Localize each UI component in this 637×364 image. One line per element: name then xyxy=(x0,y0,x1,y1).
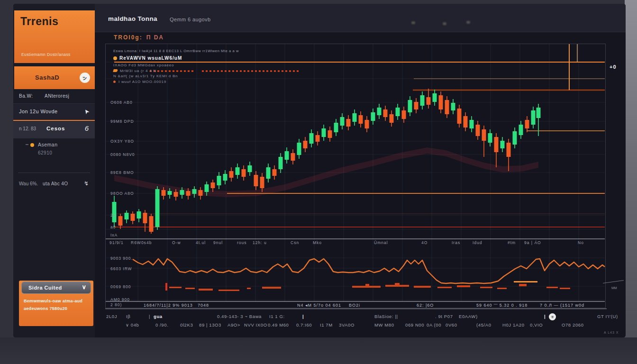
status-item: Iβ xyxy=(126,314,130,319)
sidebar-stats-row[interactable]: Wau 6%. uta Abc 4O ↯ xyxy=(13,178,95,190)
bolt-icon: ↯ xyxy=(84,180,89,187)
y-axis-label: 99M8 DPD xyxy=(110,119,134,124)
lower-y-axis-label: 9003 900. xyxy=(110,256,133,261)
orange-dot-icon xyxy=(30,143,34,147)
status-item: 0l2K3 xyxy=(180,322,193,328)
candle-body xyxy=(531,110,536,125)
candle-body xyxy=(254,175,258,186)
candle-body xyxy=(162,190,166,196)
account-button[interactable]: SashaD ッ xyxy=(14,66,95,89)
candle-body xyxy=(507,143,511,157)
legend-wedge-icon xyxy=(113,69,118,72)
app-title: Trrenis xyxy=(20,15,58,28)
candle-body xyxy=(402,110,406,119)
indicator-dash xyxy=(480,287,492,288)
avatar-glyph: ッ xyxy=(82,73,89,82)
x-axis-label: 9a | ÁO xyxy=(524,240,541,245)
candle-body xyxy=(476,125,480,136)
status-item: NVV IX0O xyxy=(244,322,267,328)
panel-text-line1: Bemwmwuls-oaw atma-aud xyxy=(24,299,82,303)
sidebar-bullet-item[interactable]: Aseman xyxy=(13,140,95,150)
lower-y-axis-label: 0069 800 xyxy=(110,284,131,289)
candle-body xyxy=(236,167,240,175)
sidebar-item-nav[interactable]: Jon 12u Wovde ➤ xyxy=(13,103,95,120)
y-axis-label: IxA xyxy=(110,233,118,237)
candle-body xyxy=(494,137,499,152)
candle-body xyxy=(131,214,135,221)
app-window: Trrenis Eustiemamn Dostr/anass SashaD ッ … xyxy=(13,4,626,337)
topbar-subtitle[interactable]: Qemm 6 augovb xyxy=(170,17,211,22)
x-axis-label: Iras xyxy=(452,240,460,245)
status-item: 89 | 13O3 xyxy=(199,322,221,328)
candle-body xyxy=(371,112,375,121)
mode-dropdown[interactable]: Sidra Cuited ∨ xyxy=(21,282,91,294)
status-item: A9O> xyxy=(228,322,240,328)
candle-body xyxy=(513,131,517,145)
candle-body xyxy=(414,102,419,109)
dropdown-value: Sidra Cuited xyxy=(28,285,62,291)
candle-body xyxy=(427,97,431,105)
lower-y-axis-label: AM0 900 xyxy=(110,297,130,302)
sidebar-item-active[interactable]: n 12. 83 Cesos 6 xyxy=(13,121,95,138)
candle-body xyxy=(186,191,191,196)
x-axis-label: 91/9/1 xyxy=(109,240,124,245)
x-axis-label: 12h: u xyxy=(253,240,267,245)
legend-line-1: Eswa Lmona: I IwA)4 11 8 8 EEC13 L OmrrB… xyxy=(113,49,407,53)
account-label: SashaD xyxy=(35,74,59,81)
indicator-dash xyxy=(546,287,558,288)
candle-body xyxy=(285,151,289,160)
sidebar-divider xyxy=(18,173,90,173)
bullet-item-label: Aseman xyxy=(38,142,58,147)
candle-body xyxy=(242,169,246,177)
candle-body xyxy=(149,216,154,232)
candle-body xyxy=(340,117,345,126)
price-chart-panel[interactable]: Eswa Lmona: I IwA)4 11 8 8 EEC13 L OmrrB… xyxy=(105,44,606,308)
topbar-dot-icon xyxy=(466,21,470,24)
cursor-icon: ➤ xyxy=(82,108,91,116)
chart-legend: Eswa Lmona: I IwA)4 11 8 8 EEC13 L OmrrB… xyxy=(113,49,407,85)
indicator-dash xyxy=(514,281,537,282)
candle-body xyxy=(229,171,234,178)
candle-body xyxy=(390,114,394,123)
candle-body xyxy=(297,143,301,155)
window-right-shadow xyxy=(625,0,637,364)
candle-body xyxy=(377,108,382,115)
lower-x-axis-label: 59 640 ''' 5.32 0 . 918 xyxy=(476,303,528,308)
note-icon: 6 xyxy=(85,124,89,132)
x-axis-label: rous xyxy=(237,240,247,245)
candle-body xyxy=(143,213,147,223)
candle-body xyxy=(112,202,117,222)
indicator-dash xyxy=(247,288,251,289)
candle-body xyxy=(439,95,443,109)
status-item: 2L0J xyxy=(106,314,117,319)
lower-x-axis-label: 7048 xyxy=(198,303,209,308)
indicator-dash xyxy=(395,283,400,286)
candle-body xyxy=(279,157,283,169)
candle-body xyxy=(408,100,412,112)
status-item: | xyxy=(149,314,150,319)
status-item: | xyxy=(544,314,546,319)
indicator-dash xyxy=(199,289,213,291)
page-title-pair: Π DA xyxy=(146,34,164,41)
status-item: 0 /90. xyxy=(155,322,168,328)
desktop-bottom-strip xyxy=(0,337,637,364)
tick-mark xyxy=(26,144,28,145)
lower-x-axis-label: 62: |6O xyxy=(417,303,434,308)
topbar-dot-icon xyxy=(443,22,446,25)
status-item: 0A (00 xyxy=(427,322,441,328)
candle-body xyxy=(519,125,523,135)
avatar[interactable]: ッ xyxy=(80,73,90,83)
candle-body xyxy=(328,130,332,138)
statusbar: ✳ 2L0JIβ|gua0.49-143- 3 ~ BawaI1 1 G:|Bl… xyxy=(13,309,626,337)
status-item: ∨ 04b xyxy=(126,322,139,328)
x-axis-label: O-w xyxy=(172,240,181,245)
candle-body xyxy=(205,184,209,192)
candle-body xyxy=(433,93,437,102)
x-axis-label: Mko xyxy=(313,240,322,245)
x-axis-label: #tm xyxy=(508,240,516,245)
x-axis-label: 9nul xyxy=(213,240,223,245)
flower-icon[interactable]: ✳ xyxy=(549,313,556,320)
candle-body xyxy=(353,113,357,122)
sidebar: Trrenis Eustiemamn Dostr/anass SashaD ッ … xyxy=(13,4,95,337)
page-title: TROI0g:Π DA xyxy=(114,34,164,41)
